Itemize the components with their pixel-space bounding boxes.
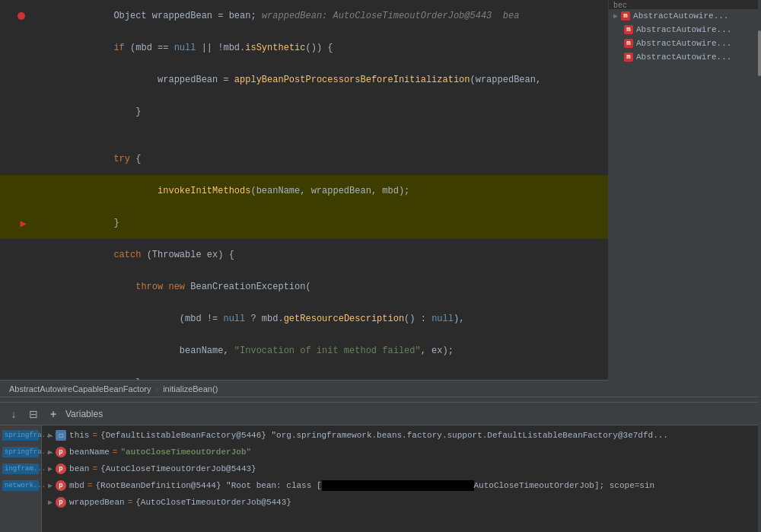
- var-icon-beanName: p: [56, 447, 66, 457]
- code-line-6: invokeInitMethods(beanName, wrappedBean,…: [0, 175, 608, 207]
- code-span: beanName: [180, 346, 224, 356]
- code-span: try: [113, 154, 135, 164]
- var-value-mbd-prefix: {RootBeanDefinition@5444} "Root bean: cl…: [95, 481, 321, 490]
- expand-beanName[interactable]: ▶: [48, 448, 53, 457]
- code-span: }: [113, 218, 119, 228]
- var-row-this[interactable]: ▶ □ this = {DefaultListableBeanFactory@5…: [42, 427, 761, 444]
- expand-this[interactable]: ▶: [48, 431, 53, 440]
- bottom-left-sidebar: springfra... springfra... ingfram... net…: [0, 425, 42, 532]
- tree-item-label-3: AbstractAutowire...: [636, 39, 731, 48]
- tree-item-4[interactable]: m AbstractAutowire...: [609, 50, 761, 64]
- var-value-this: {DefaultListableBeanFactory@5446} "org.s…: [100, 431, 668, 440]
- spring-label-3[interactable]: ingfram...: [2, 464, 39, 474]
- var-row-wrappedBean[interactable]: ▶ p wrappedBean = {AutoCloseTimeoutOrder…: [42, 494, 761, 511]
- breakpoint-icon: [18, 12, 25, 20]
- tree-item-2[interactable]: m AbstractAutowire...: [609, 23, 761, 37]
- code-span: (mbd !=: [180, 314, 224, 324]
- var-row-mbd[interactable]: ▶ p mbd = {RootBeanDefinition@5444} "Roo…: [42, 477, 761, 494]
- variables-list: ▶ □ this = {DefaultListableBeanFactory@5…: [42, 425, 761, 532]
- expand-mbd[interactable]: ▶: [48, 481, 53, 490]
- code-line-4: }: [0, 96, 608, 128]
- method-icon-4: m: [624, 53, 633, 62]
- code-span: ()) {: [305, 43, 333, 53]
- var-name-bean: bean: [69, 464, 89, 473]
- code-span: = bean;: [212, 11, 262, 21]
- expand-arrow-1: ▶: [613, 11, 618, 21]
- code-text-8: catch (Throwable ex) {: [48, 239, 602, 271]
- variables-area: springfra... springfra... ingfram... net…: [0, 425, 761, 532]
- breadcrumb-method: initializeBean(): [163, 384, 218, 393]
- bottom-area: ↓ ⊟ + Variables springfra... springfra..…: [0, 403, 761, 532]
- top-panel-header: bec: [609, 0, 761, 9]
- code-span: (: [305, 282, 310, 292]
- code-text-5: try {: [48, 143, 602, 175]
- var-icon-wrappedBean: p: [56, 497, 66, 508]
- code-span: (mbd ==: [130, 43, 174, 53]
- code-line-1: Object wrappedBean = bean; wrappedBean: …: [0, 0, 608, 32]
- code-span: isSynthetic: [245, 43, 305, 53]
- var-row-bean[interactable]: ▶ p bean = {AutoCloseTimeoutOrderJob@544…: [42, 460, 761, 477]
- spring-label-1[interactable]: springfra...: [2, 430, 39, 441]
- debug-filter-button[interactable]: ⊟: [26, 406, 41, 422]
- code-line-9: throw new BeanCreationException(: [0, 271, 608, 303]
- code-span: () :: [404, 314, 431, 324]
- right-panel: bec ▶ m AbstractAutowire... m AbstractAu…: [609, 0, 761, 397]
- var-value-bean: {AutoCloseTimeoutOrderJob@5443}: [100, 464, 256, 473]
- var-name-mbd: mbd: [69, 481, 84, 490]
- redacted-block: [322, 480, 474, 491]
- tree-item-3[interactable]: m AbstractAutowire...: [609, 37, 761, 50]
- code-span: ? mbd.: [245, 314, 283, 324]
- var-icon-mbd: p: [56, 480, 66, 491]
- code-text-11: beanName, "Invocation of init method fai…: [48, 335, 602, 367]
- var-value-mbd-suffix: AutoCloseTimeoutOrderJob]; scope=sin: [474, 481, 655, 490]
- code-span: if: [113, 43, 130, 53]
- current-line-arrow: ▶: [21, 217, 27, 230]
- code-span: invokeInitMethods: [158, 186, 250, 196]
- code-span: null: [431, 314, 454, 324]
- code-span: getResourceDescription: [284, 314, 404, 324]
- code-span: Object: [113, 11, 151, 21]
- code-span: {: [135, 154, 141, 164]
- code-span: "Invocation of init method failed": [234, 346, 421, 356]
- var-eq-beanName: =: [113, 448, 118, 457]
- code-line-11: beanName, "Invocation of init method fai…: [0, 335, 608, 367]
- expand-bean[interactable]: ▶: [48, 464, 53, 473]
- code-span: ),: [454, 314, 464, 324]
- code-line-empty1: [0, 128, 608, 143]
- code-span: wrappedBean: [152, 11, 212, 21]
- code-line-5: try {: [0, 143, 608, 175]
- code-text-9: throw new BeanCreationException(: [48, 271, 602, 303]
- spring-label-text-3: ingfram...: [5, 465, 46, 473]
- var-eq-mbd: =: [88, 481, 93, 490]
- tree-item-label-4: AbstractAutowire...: [636, 53, 731, 62]
- scrollbar-track: [758, 0, 761, 397]
- var-icon-bean: p: [56, 464, 66, 474]
- expand-wrappedBean[interactable]: ▶: [48, 498, 53, 507]
- var-eq-bean: =: [92, 464, 97, 473]
- code-content: Object wrappedBean = bean; wrappedBean: …: [0, 0, 608, 397]
- var-eq-this: =: [92, 431, 97, 440]
- scrollbar-thumb[interactable]: [758, 30, 761, 76]
- var-name-beanName: beanName: [69, 448, 110, 457]
- method-icon-1: m: [621, 11, 630, 21]
- debug-down-button[interactable]: ↓: [6, 406, 21, 422]
- tree-item-1[interactable]: ▶ m AbstractAutowire...: [609, 9, 761, 23]
- spring-label-2[interactable]: springfra...: [2, 447, 39, 457]
- code-text-1: Object wrappedBean = bean; wrappedBean: …: [48, 0, 602, 32]
- panel-separator: [0, 397, 761, 403]
- spring-label-4[interactable]: network...: [2, 480, 39, 491]
- var-icon-this: □: [56, 430, 66, 441]
- code-span: null: [223, 314, 245, 324]
- var-row-beanName[interactable]: ▶ p beanName = "autoCloseTimeoutOrderJob…: [42, 444, 761, 460]
- code-span: catch: [113, 250, 146, 260]
- code-line-3: wrappedBean = applyBeanPostProcessorsBef…: [0, 64, 608, 96]
- debug-add-button[interactable]: +: [46, 406, 61, 422]
- method-icon-3: m: [624, 39, 633, 48]
- method-icon-2: m: [624, 25, 633, 34]
- code-span: null: [174, 43, 196, 53]
- debug-info-1: wrappedBean: AutoCloseTimeoutOrderJob@54…: [262, 11, 519, 21]
- code-line-2: if (mbd == null || !mbd.isSynthetic()) {: [0, 32, 608, 64]
- top-area: Object wrappedBean = bean; wrappedBean: …: [0, 0, 761, 397]
- code-span: throw: [135, 282, 168, 292]
- code-span: (beanName, wrappedBean, mbd);: [250, 186, 409, 196]
